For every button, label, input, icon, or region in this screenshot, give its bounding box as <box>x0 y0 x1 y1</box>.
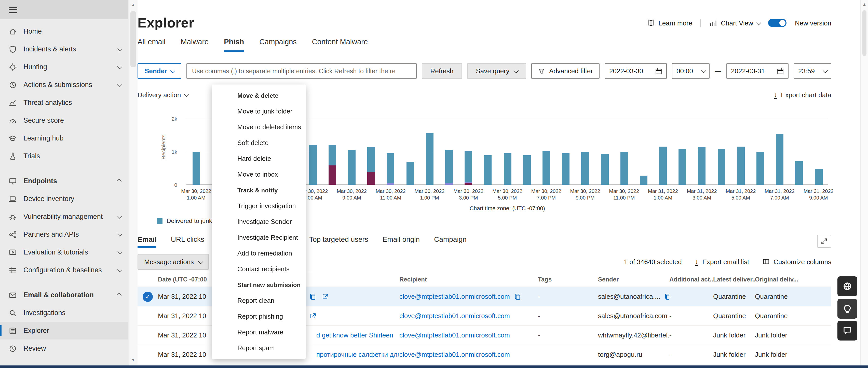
menu-item-move-to-junk-folder[interactable]: Move to junk folder <box>212 103 306 119</box>
chart-bar[interactable] <box>640 176 647 185</box>
chart-bar[interactable] <box>426 133 433 185</box>
tab-phish[interactable]: Phish <box>224 38 244 52</box>
menu-item-investigate-recipient[interactable]: Investigate Recipient <box>212 230 306 245</box>
tab-content-malware[interactable]: Content Malware <box>312 38 368 52</box>
chart-bar[interactable] <box>659 147 667 185</box>
copy-icon[interactable] <box>309 293 316 300</box>
chart-bar[interactable] <box>542 152 550 185</box>
subject-link[interactable]: протирочные салфетки для <box>316 351 399 358</box>
menu-item-hard-delete[interactable]: Hard delete <box>212 150 306 166</box>
chart-bar[interactable] <box>562 154 569 185</box>
menu-item-add-to-remediation[interactable]: Add to remediation <box>212 245 306 261</box>
chart-bar[interactable] <box>698 147 706 185</box>
open-in-new-icon[interactable] <box>309 312 316 320</box>
menu-item-trigger-investigation[interactable]: Trigger investigation <box>212 198 306 214</box>
tab-campaigns[interactable]: Campaigns <box>259 38 297 52</box>
chart-bar[interactable] <box>620 152 628 185</box>
recipient-link[interactable]: clove@mtptestlab01.onmicrosoft.com <box>399 331 510 339</box>
sender-filter-dropdown[interactable]: Sender <box>137 63 181 79</box>
scroll-down-icon[interactable]: ▼ <box>129 358 137 362</box>
sidebar-scrollbar[interactable]: ▲ ▼ <box>128 0 137 365</box>
end-time-dropdown[interactable]: 23:59 <box>794 63 831 79</box>
chart-bar[interactable] <box>484 155 492 185</box>
chart-bar[interactable] <box>192 152 200 185</box>
sidebar-item-home[interactable]: Home <box>0 23 128 40</box>
menu-item-contact-recipients[interactable]: Contact recipients <box>212 261 306 277</box>
menu-item-report-spam[interactable]: Report spam <box>212 340 306 356</box>
chart-bar[interactable] <box>368 147 375 185</box>
start-date-input[interactable]: 2022-03-30 <box>604 63 667 79</box>
sidebar-item-vulnerability-management[interactable]: Vulnerability management <box>0 208 128 226</box>
hamburger-menu-icon[interactable] <box>9 6 17 13</box>
sidebar-item-email-collaboration[interactable]: Email & collaboration <box>0 286 128 304</box>
sidebar-item-configuration-baselines[interactable]: Configuration & baselines <box>0 261 128 279</box>
menu-item-report-clean[interactable]: Report clean <box>212 293 306 308</box>
sidebar-item-investigations[interactable]: Investigations <box>0 304 128 322</box>
chart-bar[interactable] <box>309 145 317 185</box>
customize-columns-button[interactable]: Customize columns <box>762 258 831 265</box>
learn-more-link[interactable]: Learn more <box>647 19 692 27</box>
feedback-button[interactable] <box>837 321 857 340</box>
sidebar-item-incidents-alerts[interactable]: Incidents & alerts <box>0 40 128 58</box>
export-email-list-button[interactable]: ↓ Export email list <box>695 258 749 265</box>
chart-bar[interactable] <box>503 153 511 185</box>
main-scrollbar[interactable]: ▲ <box>860 0 868 365</box>
header-sender[interactable]: Sender <box>598 276 669 283</box>
tab-all-email[interactable]: All email <box>137 38 165 52</box>
help-button[interactable] <box>837 276 857 296</box>
chart-bar[interactable] <box>387 153 395 185</box>
copy-icon[interactable] <box>514 293 521 300</box>
refresh-button[interactable]: Refresh <box>422 63 462 79</box>
export-chart-data-button[interactable]: ↓ Export chart data <box>774 91 831 99</box>
save-query-dropdown[interactable]: Save query <box>467 63 526 79</box>
end-date-input[interactable]: 2022-03-31 <box>726 63 788 79</box>
tab-email-origin[interactable]: Email origin <box>382 235 420 248</box>
sidebar-scrollbar-thumb[interactable] <box>130 11 136 67</box>
header-latest-delivery[interactable]: Latest deliver... <box>713 276 755 283</box>
message-actions-dropdown[interactable]: Message actions <box>137 254 209 269</box>
sidebar-item-review[interactable]: Review <box>0 339 128 357</box>
sidebar-item-endpoints[interactable]: Endpoints <box>0 172 128 190</box>
header-tags[interactable]: Tags <box>538 276 598 283</box>
main-scrollbar-thumb[interactable] <box>862 10 866 56</box>
chart-bar[interactable] <box>465 152 472 185</box>
header-original-delivery[interactable]: Original deliv... <box>755 276 831 283</box>
sidebar-item-learning-hub[interactable]: Learning hub <box>0 129 128 147</box>
delivery-action-dropdown[interactable]: Delivery action <box>137 91 188 99</box>
tab-url-clicks[interactable]: URL clicks <box>171 235 204 248</box>
chart-bar[interactable] <box>776 134 783 185</box>
sidebar-item-partners-and-apis[interactable]: Partners and APIs <box>0 226 128 243</box>
header-date[interactable]: Date (UTC -07:00) <box>158 276 207 283</box>
expand-view-button[interactable] <box>817 235 831 248</box>
recipient-link[interactable]: clove@mtptestlab01.onmicrosoft.com <box>399 351 510 358</box>
header-recipient[interactable]: Recipient <box>399 276 538 283</box>
chart-bar[interactable] <box>756 152 764 185</box>
tab-campaign[interactable]: Campaign <box>434 235 467 248</box>
chart-bar[interactable] <box>582 152 589 185</box>
chart-bar[interactable] <box>679 148 686 185</box>
recipient-link[interactable]: clove@mtptestlab01.onmicrosoft.com <box>399 293 510 300</box>
menu-item-soft-delete[interactable]: Soft delete <box>212 135 306 150</box>
sidebar-item-device-inventory[interactable]: Device inventory <box>0 190 128 208</box>
scroll-up-icon[interactable]: ▲ <box>861 2 868 7</box>
filter-input[interactable] <box>186 63 416 79</box>
chart-bar[interactable] <box>796 161 803 185</box>
sidebar-item-explorer[interactable]: Explorer <box>0 322 128 339</box>
menu-item-move-to-deleted-items[interactable]: Move to deleted items <box>212 119 306 135</box>
chart-bar[interactable] <box>348 149 355 185</box>
new-version-toggle[interactable] <box>768 19 787 27</box>
scroll-up-icon[interactable]: ▲ <box>129 3 137 7</box>
header-additional-actions[interactable]: Additional act... <box>669 276 713 283</box>
start-time-dropdown[interactable]: 00:00 <box>672 63 710 79</box>
menu-item-report-phishing[interactable]: Report phishing <box>212 308 306 324</box>
tab-email[interactable]: Email <box>137 235 157 248</box>
recipient-link[interactable]: clove@mtptestlab01.onmicrosoft.com <box>399 312 510 320</box>
chart-bar[interactable] <box>717 148 725 185</box>
advanced-filter-button[interactable]: Advanced filter <box>531 63 599 79</box>
sidebar-item-secure-score[interactable]: Secure score <box>0 111 128 129</box>
sidebar-item-trials[interactable]: Trials <box>0 147 128 165</box>
chart-bar[interactable] <box>737 146 745 185</box>
chart-bar[interactable] <box>406 162 414 185</box>
chart-bar[interactable] <box>815 169 823 185</box>
chart-bar[interactable] <box>601 154 609 185</box>
